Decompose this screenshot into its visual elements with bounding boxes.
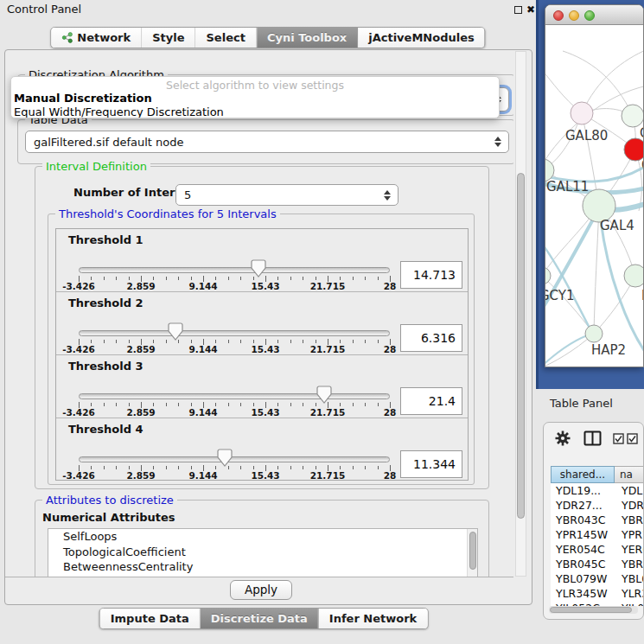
slider-thumb-4[interactable] <box>217 449 233 467</box>
hap2-node[interactable] <box>585 325 603 342</box>
algorithm-option-equal-width-frequency-discretization[interactable]: Equal Width/Frequency Discretization <box>11 105 499 118</box>
close-icon[interactable]: ✖ <box>526 3 535 16</box>
unnamed-node[interactable] <box>622 105 643 127</box>
scale-label: 21.715 <box>310 281 346 291</box>
slider-tick <box>340 277 341 280</box>
threshold-panel-2: Threshold 2-3.4262.8599.14415.4321.71528… <box>56 292 468 355</box>
table-data-combobox[interactable]: galFiltered.sif default node <box>25 131 509 153</box>
slider-thumb-icon <box>316 386 332 404</box>
network-edge <box>594 206 599 334</box>
table-hscrollbar-thumb[interactable] <box>550 607 632 613</box>
tab-label-network: Network <box>77 31 131 44</box>
threshold-value-field-2[interactable]: 6.316 <box>400 324 462 352</box>
slider-tick <box>104 277 105 280</box>
number-of-intervals-combobox[interactable]: 5 <box>175 184 399 206</box>
select-rows-icon[interactable] <box>627 433 638 444</box>
slider-tick <box>365 466 366 469</box>
select-columns-icon[interactable] <box>613 433 624 444</box>
cell-name: YBR0 <box>615 513 644 527</box>
mode-tab-impute-data[interactable]: Impute Data <box>100 609 201 628</box>
slider-track-4[interactable] <box>79 456 390 462</box>
window-close-icon[interactable] <box>553 10 564 21</box>
window-zoom-icon[interactable] <box>584 10 595 21</box>
mode-tab-label-infer-network: Infer Network <box>329 612 417 625</box>
algorithm-option-manual-discretization[interactable]: Manual Discretization <box>11 92 499 105</box>
apply-button[interactable]: Apply <box>230 580 292 600</box>
algorithm-dropdown-popup: Select algorithm to view settings Manual… <box>10 76 500 118</box>
attributes-scrollbar[interactable] <box>467 529 477 577</box>
slider-track-1[interactable] <box>79 267 390 273</box>
table-row[interactable]: YBR045CYBR0 <box>551 557 644 571</box>
attribute-item-selfloops[interactable]: SelfLoops <box>48 529 477 545</box>
tab-cyni-toolbox[interactable]: Cyni Toolbox <box>257 28 358 48</box>
mode-tab-infer-network[interactable]: Infer Network <box>319 609 427 628</box>
slider-thumb-2[interactable] <box>168 322 183 341</box>
gal80-node[interactable] <box>571 102 593 124</box>
mode-tab-discretize-data[interactable]: Discretize Data <box>201 609 319 628</box>
table-row[interactable]: YDR27...YDR2 <box>551 498 644 513</box>
control-panel-tabs: NetworkStyleSelectCyni ToolboxjActiveMNo… <box>50 27 485 48</box>
table-row[interactable]: YLR345WYLR3 <box>551 586 644 601</box>
interval-definition-title: Interval Definition <box>42 160 150 173</box>
split-view-icon[interactable] <box>583 430 602 446</box>
slider-tick <box>240 466 241 469</box>
tab-network[interactable]: Network <box>51 28 142 48</box>
column-header-shared-name[interactable]: shared... <box>551 466 615 483</box>
scale-label: 15.43 <box>251 470 279 481</box>
selected-node[interactable] <box>624 138 643 161</box>
scale-label: 9.144 <box>188 344 217 354</box>
tab-jactivemnodules[interactable]: jActiveMNodules <box>358 28 485 48</box>
settings-gear-icon[interactable] <box>554 430 571 447</box>
scale-label: 15.43 <box>251 344 279 354</box>
slider-tick <box>104 403 105 406</box>
h-node[interactable] <box>624 265 643 287</box>
slider-tick <box>91 466 92 469</box>
numerical-attributes-list[interactable]: SelfLoopsTopologicalCoefficientBetweenne… <box>48 528 478 577</box>
table-row[interactable]: YBL079WYBL0 <box>551 571 644 586</box>
interval-definition-group: Interval Definition Number of Intervals … <box>35 166 489 489</box>
slider-thumb-icon <box>168 322 183 341</box>
float-window-icon[interactable] <box>514 6 522 14</box>
scale-label: 2.859 <box>126 407 155 418</box>
table-row[interactable]: YDL19...YDL1 <box>551 483 644 498</box>
slider-tick <box>129 403 130 406</box>
tab-select[interactable]: Select <box>196 28 257 48</box>
attributes-scrollbar-thumb[interactable] <box>469 532 476 570</box>
slider-track-2[interactable] <box>79 330 390 336</box>
gcy1-node[interactable] <box>545 267 551 284</box>
control-panel-scrollbar-thumb[interactable] <box>517 173 525 519</box>
column-header-name[interactable]: na <box>615 466 644 483</box>
threshold-value-field-4[interactable]: 11.344 <box>400 450 462 478</box>
mode-tab-label-discretize-data: Discretize Data <box>211 612 308 625</box>
tab-label-jactivemnodules: jActiveMNodules <box>368 31 475 44</box>
threshold-value-field-3[interactable]: 21.4 <box>400 387 462 415</box>
table-row[interactable]: YBR043CYBR0 <box>551 513 644 527</box>
network-canvas[interactable]: GAL80GCGAL11GAL4GCY1HHAP2 <box>545 25 643 367</box>
threshold-value-field-1[interactable]: 14.713 <box>400 261 462 289</box>
slider-thumb-3[interactable] <box>316 386 332 404</box>
tab-style[interactable]: Style <box>142 28 195 48</box>
mode-tab-label-impute-data: Impute Data <box>111 612 189 625</box>
slider-thumb-1[interactable] <box>251 259 266 277</box>
node-label-g: G <box>640 125 643 141</box>
scale-label: 9.144 <box>188 470 217 481</box>
table-horizontal-scrollbar[interactable] <box>549 606 638 614</box>
table-row[interactable]: YER054CYER0 <box>551 542 644 557</box>
network-edge <box>582 49 643 113</box>
application-window: Control Panel ✖ NetworkStyleSelectCyni T… <box>0 0 644 644</box>
threshold-panel-1: Threshold 1-3.4262.8599.14415.4321.71528… <box>56 229 468 292</box>
slider-tick <box>316 340 316 343</box>
slider-tick <box>303 466 303 469</box>
slider-tick <box>277 340 278 343</box>
table-row[interactable]: YPR145WYPR1 <box>551 527 644 542</box>
window-minimize-icon[interactable] <box>569 10 579 21</box>
scale-label: -3.426 <box>62 281 95 291</box>
attribute-item-topologicalcoefficient[interactable]: TopologicalCoefficient <box>48 545 477 560</box>
slider-tick <box>129 277 130 280</box>
attribute-item-betweennesscentrality[interactable]: BetweennessCentrality <box>48 559 477 575</box>
slider-track-3[interactable] <box>79 393 390 399</box>
slider-tick <box>178 403 179 406</box>
slider-tick <box>303 403 303 406</box>
tab-label-cyni-toolbox: Cyni Toolbox <box>267 31 347 44</box>
slider-tick <box>240 277 241 280</box>
